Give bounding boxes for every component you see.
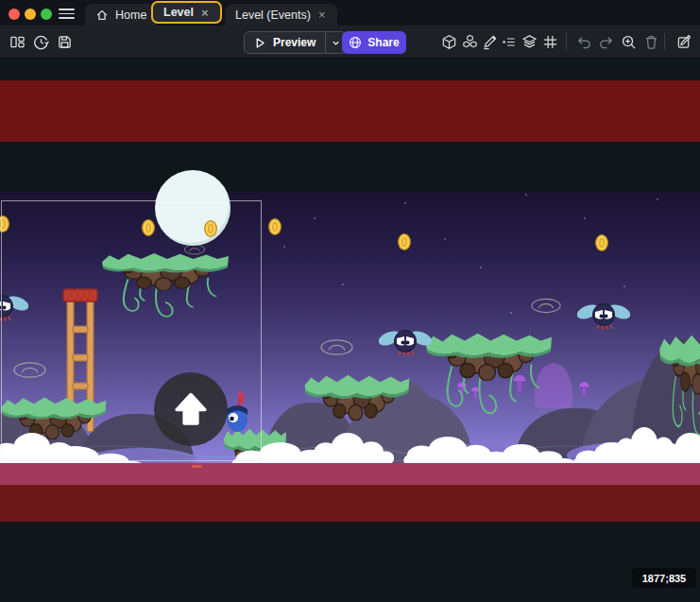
home-icon (95, 9, 109, 22)
undo-icon[interactable] (573, 31, 594, 52)
coin-sprite[interactable] (268, 218, 282, 235)
ground-mark (192, 465, 202, 468)
title-tab-bar: Home Level × Level (Events) × (0, 0, 700, 26)
star (623, 285, 625, 287)
objects-icon[interactable] (438, 31, 459, 52)
star (510, 312, 512, 314)
globe-icon (349, 36, 362, 49)
lava-band-top[interactable] (0, 80, 700, 142)
panels-icon[interactable] (7, 31, 27, 52)
window-close-button[interactable] (9, 9, 20, 20)
play-icon (254, 37, 266, 49)
grass-platform-sprite[interactable] (303, 371, 411, 421)
scene-editor-canvas[interactable]: 1877;835 (0, 59, 700, 602)
cursor-coordinates-badge: 1877;835 (632, 568, 696, 588)
redo-icon[interactable] (595, 31, 616, 52)
edit-pencil-icon[interactable] (479, 31, 500, 52)
mushroom-sprite (578, 378, 590, 397)
camera-bounds-border (1, 200, 262, 461)
editor-toolbar: Preview Share (0, 26, 700, 59)
star (584, 217, 586, 219)
coin-sprite[interactable] (398, 233, 411, 250)
rename-icon[interactable] (674, 31, 694, 52)
grass-platform-sprite[interactable] (424, 330, 554, 421)
tab-label: Level (163, 6, 194, 19)
star (525, 194, 527, 196)
star (480, 267, 482, 268)
zoom-in-icon[interactable] (618, 31, 639, 52)
coin-sprite[interactable] (595, 234, 608, 251)
object-groups-icon[interactable] (459, 31, 480, 52)
save-icon[interactable] (54, 31, 75, 52)
star (342, 284, 344, 285)
toolbar-divider (664, 33, 665, 50)
toolbar-divider (566, 33, 567, 50)
close-icon[interactable]: × (317, 9, 327, 21)
cloud-sprite (305, 433, 400, 465)
grid-icon[interactable] (539, 31, 560, 52)
history-icon[interactable] (30, 31, 51, 52)
star (444, 238, 446, 240)
trash-icon[interactable] (640, 31, 661, 52)
wind-swirl-sprite[interactable] (319, 337, 354, 357)
star (314, 217, 316, 219)
chevron-down-icon (331, 38, 341, 48)
star (657, 198, 658, 200)
instances-list-icon[interactable] (498, 31, 519, 52)
share-button[interactable]: Share (342, 31, 406, 54)
window-zoom-button[interactable] (41, 9, 52, 20)
share-label: Share (367, 36, 399, 49)
tab-home[interactable]: Home (85, 4, 157, 26)
preview-button[interactable]: Preview (244, 31, 347, 54)
window-minimize-button[interactable] (25, 9, 36, 20)
flying-enemy-sprite[interactable] (577, 298, 630, 332)
close-icon[interactable]: × (200, 7, 210, 19)
star (283, 246, 285, 248)
wind-swirl-sprite[interactable] (530, 296, 562, 316)
star (404, 202, 406, 204)
tab-level[interactable]: Level × (151, 1, 222, 24)
preview-label: Preview (273, 36, 316, 49)
layers-icon[interactable] (519, 31, 539, 52)
tab-label: Home (115, 9, 146, 22)
cloud-sprite (650, 433, 700, 467)
ground-strip-pink[interactable] (0, 463, 700, 485)
ground-strip-dark-red[interactable] (0, 485, 700, 522)
flying-enemy-sprite[interactable] (379, 324, 432, 358)
tab-label: Level (Events) (235, 9, 311, 22)
tab-level-events[interactable]: Level (Events) × (225, 4, 337, 26)
hamburger-menu-icon[interactable] (59, 9, 75, 19)
